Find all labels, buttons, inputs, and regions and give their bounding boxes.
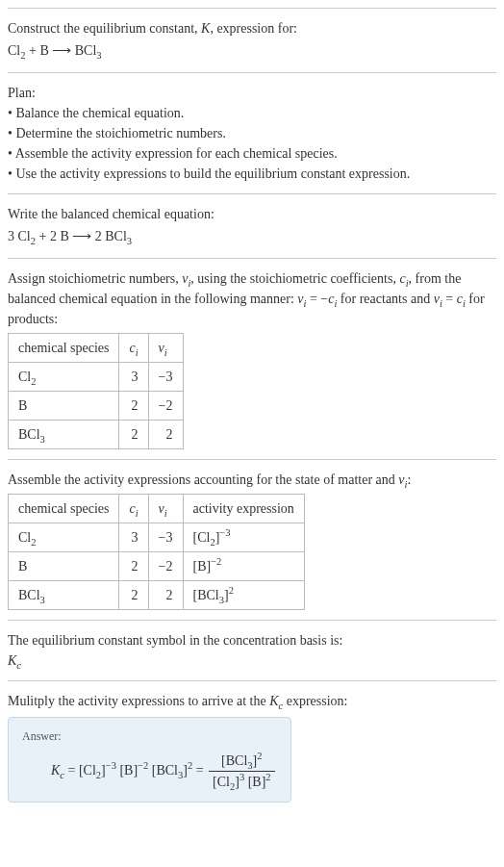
th-nu-i: i <box>164 508 167 519</box>
fin-K: K <box>269 694 278 708</box>
sym-c: c <box>16 660 21 671</box>
cell-activity: [B]−2 <box>183 552 304 581</box>
ae: −3 <box>219 527 230 538</box>
th-activity: activity expression <box>183 495 304 523</box>
th-nu-i: i <box>164 347 167 358</box>
frac-bot: [Cl2]3 [B]2 <box>209 772 274 792</box>
fin-t: Mulitply the activity expressions to arr… <box>8 694 269 708</box>
sp: B <box>18 398 27 413</box>
th-c-i: i <box>136 347 139 358</box>
st-r2b: = <box>442 292 457 306</box>
intro-text: Construct the equilibrium constant, K, e… <box>8 18 496 38</box>
ae: −2 <box>211 556 221 567</box>
act-t: Assemble the activity expressions accoun… <box>8 472 398 487</box>
ans-e2: −2 <box>138 760 148 771</box>
th-c-i: i <box>136 508 139 519</box>
cell-c: 2 <box>119 421 148 449</box>
ans-K: K <box>51 763 60 778</box>
ans-sp1: [B] <box>116 763 138 778</box>
sp: BCl <box>18 427 40 442</box>
balanced-equation: 3 Cl2 + 2 B ⟶ 2 BCl3 <box>8 226 496 246</box>
act-colon: : <box>407 472 411 487</box>
plan-title: Plan: <box>8 83 496 103</box>
cell-nu: −3 <box>148 363 183 392</box>
sp: Cl <box>18 370 31 384</box>
symbol-title: The equilibrium constant symbol in the c… <box>8 630 496 650</box>
bal-c2: + 2 B <box>36 229 72 243</box>
cell-nu: −2 <box>148 392 183 421</box>
cell-nu: −2 <box>148 552 183 581</box>
intro-section: Construct the equilibrium constant, K, e… <box>8 8 496 72</box>
plan-b4: • Use the activity expressions to build … <box>8 164 496 184</box>
sym-K: K <box>8 653 16 668</box>
th-nu: νi <box>148 495 183 523</box>
cell-c: 2 <box>119 392 148 421</box>
st-p1: Assign stoichiometric numbers, <box>8 271 182 286</box>
ab: [B <box>193 559 207 574</box>
st-p2: , using the stoichiometric coefficients, <box>190 271 399 286</box>
cell-species: Cl2 <box>9 523 119 552</box>
stoich-text: Assign stoichiometric numbers, νi, using… <box>8 268 496 329</box>
balanced-title: Write the balanced chemical equation: <box>8 204 496 224</box>
fraction: [BCl3]2[Cl2]3 [B]2 <box>209 751 274 792</box>
eq-plus: + B <box>25 43 52 58</box>
cell-nu: 2 <box>148 581 183 610</box>
cell-c: 3 <box>119 523 148 552</box>
ans-sp2: [BCl <box>148 763 178 778</box>
table-header: chemical species ci νi activity expressi… <box>9 495 305 523</box>
st-r1b: = − <box>306 292 328 306</box>
arrow-icon: ⟶ <box>72 228 91 243</box>
arrow-icon: ⟶ <box>52 42 71 58</box>
activity-section: Assemble the activity expressions accoun… <box>8 459 496 620</box>
cell-species: B <box>9 392 119 421</box>
cell-species: Cl2 <box>9 363 119 392</box>
cell-nu: 2 <box>148 421 183 449</box>
plan-b2: • Determine the stoichiometric numbers. <box>8 123 496 143</box>
cell-activity: [Cl2]−3 <box>183 523 304 552</box>
cell-activity: [BCl3]2 <box>183 581 304 610</box>
balanced-section: Write the balanced chemical equation: 3 … <box>8 193 496 258</box>
eq-sub2: 3 <box>96 50 101 61</box>
final-title: Mulitply the activity expressions to arr… <box>8 691 496 711</box>
spsub: 2 <box>31 376 36 387</box>
fbe2: 2 <box>265 772 270 782</box>
answer-label: Answer: <box>22 727 277 745</box>
cell-species: B <box>9 552 119 581</box>
fb1: [Cl <box>213 775 230 789</box>
spsub: 2 <box>31 537 36 548</box>
table-row: BCl3 2 2 [BCl3]2 <box>9 581 305 610</box>
stoich-section: Assign stoichiometric numbers, νi, using… <box>8 258 496 459</box>
table-row: Cl2 3 −3 [Cl2]−3 <box>9 523 305 552</box>
fte: 2 <box>257 751 262 761</box>
final-section: Mulitply the activity expressions to arr… <box>8 680 496 812</box>
th-c: ci <box>119 334 148 363</box>
fb2: [B] <box>244 775 265 789</box>
cell-c: 3 <box>119 363 148 392</box>
ab: [BCl <box>193 588 219 602</box>
plan-section: Plan: • Balance the chemical equation. •… <box>8 72 496 193</box>
ans-e1: −3 <box>106 760 116 771</box>
bal-c3: 2 BCl <box>91 229 127 243</box>
answer-equation: Kc = [Cl2]−3 [B]−2 [BCl3]2 = [BCl3]2[Cl2… <box>22 751 277 792</box>
plan-b3: • Assemble the activity expression for e… <box>8 143 496 164</box>
sp: B <box>18 559 27 574</box>
th-species: chemical species <box>9 495 119 523</box>
spsub: 3 <box>40 434 45 445</box>
intro-line1: Construct the equilibrium constant, <box>8 21 201 36</box>
cell-c: 2 <box>119 581 148 610</box>
cell-nu: −3 <box>148 523 183 552</box>
symbol-kc: Kc <box>8 650 496 671</box>
th-species: chemical species <box>9 334 119 363</box>
symbol-section: The equilibrium constant symbol in the c… <box>8 620 496 680</box>
activity-table: chemical species ci νi activity expressi… <box>8 494 305 610</box>
th-nu: νi <box>148 334 183 363</box>
bal-s3: 3 <box>127 236 132 246</box>
intro-K: K <box>201 21 210 36</box>
table-header: chemical species ci νi <box>9 334 184 363</box>
ab: [Cl <box>193 530 211 545</box>
sp: BCl <box>18 588 40 602</box>
table-row: B 2 −2 <box>9 392 184 421</box>
cell-species: BCl3 <box>9 581 119 610</box>
th-c: ci <box>119 495 148 523</box>
ft: [BCl <box>221 753 247 768</box>
